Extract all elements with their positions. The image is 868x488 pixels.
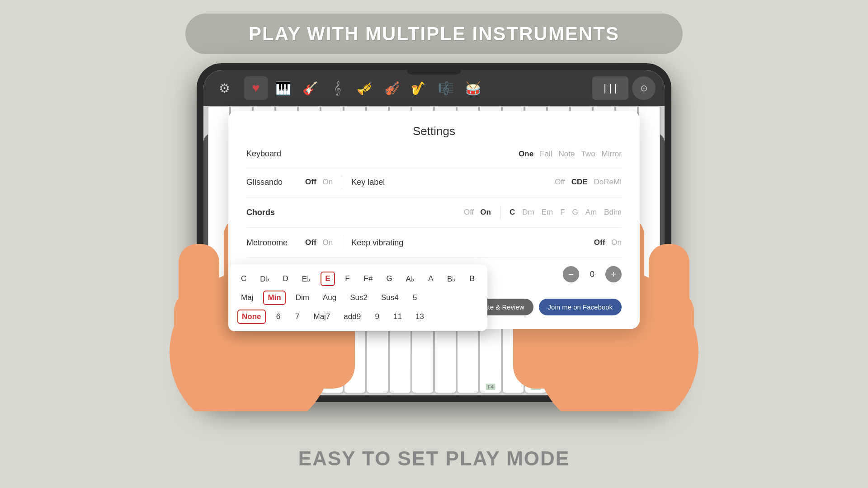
chord-root-d[interactable]: D (279, 272, 292, 285)
chord-root-g[interactable]: G (382, 272, 396, 285)
guitar-icon[interactable]: 🎸 (298, 76, 322, 100)
gear-icon[interactable]: ⚙ (212, 76, 236, 100)
chord-note-em[interactable]: Em (542, 208, 553, 217)
chord-type-6[interactable]: 6 (272, 310, 285, 323)
chord-root-ab[interactable]: A♭ (402, 272, 418, 286)
chord-roots-row: C D♭ D E♭ E F F# G A♭ A B♭ B (237, 272, 478, 286)
settings-row-chords: Chords Off On C Dm Em F G Am Bdim (246, 206, 622, 228)
phone-device: ⚙ ♥ 🎹 🎸 𝄞 🎺 🎻 🎷 🎼 🥁 | | | ⊙ (197, 63, 671, 402)
chord-type-sus4[interactable]: Sus4 (377, 291, 402, 304)
chord-root-fsharp[interactable]: F# (360, 272, 377, 285)
music-icon[interactable]: 𝄞 (326, 76, 349, 100)
keep-vibrating-opt-on[interactable]: On (611, 238, 622, 247)
chord-root-eb[interactable]: E♭ (298, 272, 314, 286)
facebook-button[interactable]: Join me on Facebook (539, 299, 622, 315)
divider (342, 236, 342, 249)
chord-root-a[interactable]: A (425, 272, 437, 285)
chord-note-c[interactable]: C (509, 208, 515, 217)
chord-note-g[interactable]: G (572, 208, 578, 217)
key-label-opt-doremi[interactable]: DoReMi (594, 178, 622, 187)
chords-label: Chords (246, 208, 305, 217)
chord-type-maj[interactable]: Maj (237, 291, 257, 304)
transpose-decrease-button[interactable]: − (563, 266, 579, 282)
chord-root-b[interactable]: B (466, 272, 478, 285)
chord-type-dim[interactable]: Dim (292, 291, 313, 304)
transpose-increase-button[interactable]: + (605, 266, 622, 282)
phone-notch (407, 70, 461, 75)
key-label-opt-cde[interactable]: CDE (571, 178, 588, 187)
heart-icon[interactable]: ♥ (244, 76, 268, 100)
glissando-options: Off On (305, 178, 333, 187)
transpose-control: − 0 + (563, 266, 622, 282)
settings-title: Settings (246, 124, 622, 138)
trumpet-icon[interactable]: 🎺 (353, 76, 376, 100)
glissando-opt-on[interactable]: On (323, 178, 333, 187)
xylophone-icon[interactable]: 🎼 (434, 76, 458, 100)
keep-vibrating-opt-off[interactable]: Off (594, 238, 605, 247)
metronome-label: Metronome (246, 238, 305, 248)
key-label-group: Key label Off CDE DoReMi (351, 178, 622, 187)
drums-icon[interactable]: 🥁 (461, 76, 485, 100)
chord-note-am[interactable]: Am (585, 208, 597, 217)
chord-note-dm[interactable]: Dm (522, 208, 534, 217)
chords-toggle: Off On (464, 208, 491, 217)
chord-note-options: C Dm Em F G Am Bdim (509, 208, 622, 217)
piano-icon[interactable]: 🎹 (271, 76, 295, 100)
chord-type-none[interactable]: None (237, 310, 266, 324)
vinyl-icon[interactable]: ⊙ (632, 76, 656, 100)
chord-root-db[interactable]: D♭ (256, 272, 273, 286)
piano-keys-label: | | | (604, 82, 617, 94)
chord-types-row2: None 6 7 Maj7 add9 9 11 13 (237, 310, 478, 324)
chord-type-5[interactable]: 5 (409, 291, 421, 304)
chord-type-9[interactable]: 9 (371, 310, 383, 323)
glissando-opt-off[interactable]: Off (305, 178, 316, 187)
keyboard-opt-two[interactable]: Two (581, 150, 595, 159)
chord-type-add9[interactable]: add9 (340, 310, 364, 323)
settings-row-metronome: Metronome Off On Keep vibrating Off On (246, 236, 622, 258)
toolbar-right: | | | ⊙ (592, 76, 656, 100)
chords-opt-off[interactable]: Off (464, 208, 474, 217)
piano-keys-icon[interactable]: | | | (592, 76, 628, 100)
keyboard-opt-one[interactable]: One (519, 150, 533, 159)
key-label-opt-off[interactable]: Off (555, 178, 565, 187)
keyboard-opt-note[interactable]: Note (559, 150, 575, 159)
chord-type-aug[interactable]: Aug (319, 291, 340, 304)
keep-vibrating-options: Off On (594, 238, 622, 247)
chord-root-bb[interactable]: B♭ (443, 272, 459, 286)
metronome-opt-on[interactable]: On (323, 238, 333, 247)
chord-root-c[interactable]: C (237, 272, 250, 285)
toolbar: ⚙ ♥ 🎹 🎸 𝄞 🎺 🎻 🎷 🎼 🥁 | | | ⊙ (203, 70, 665, 106)
metronome-options: Off On (305, 238, 333, 247)
chord-type-min[interactable]: Min (263, 291, 285, 305)
keyboard-opt-fall[interactable]: Fall (540, 150, 552, 159)
chord-note-bdim[interactable]: Bdim (604, 208, 622, 217)
saxophone-icon[interactable]: 🎷 (407, 76, 430, 100)
chord-note-f[interactable]: F (560, 208, 565, 217)
divider (342, 175, 342, 189)
settings-row-keyboard: Keyboard One Fall Note Two Mirror (246, 149, 622, 167)
chord-type-11[interactable]: 11 (390, 310, 406, 323)
chord-type-13[interactable]: 13 (412, 310, 428, 323)
chord-type-sus2[interactable]: Sus2 (346, 291, 371, 304)
top-banner: PLAY WITH MULTIPLE INSTRUMENTS (185, 14, 683, 54)
bottom-banner: EASY TO SET PLAY MODE (231, 447, 637, 470)
chord-type-7[interactable]: 7 (291, 310, 304, 323)
bottom-banner-text: EASY TO SET PLAY MODE (298, 447, 570, 469)
chord-picker-popup: C D♭ D E♭ E F F# G A♭ A B♭ B Maj Min Dim… (228, 264, 487, 331)
keyboard-label: Keyboard (246, 149, 305, 159)
key-label-label: Key label (351, 178, 410, 187)
keyboard-opt-mirror[interactable]: Mirror (602, 150, 622, 159)
chord-types-row1: Maj Min Dim Aug Sus2 Sus4 5 (237, 291, 478, 305)
transpose-value: 0 (585, 270, 599, 279)
settings-row-glissando: Glissando Off On Key label Off CDE DoReM… (246, 175, 622, 197)
top-banner-text: PLAY WITH MULTIPLE INSTRUMENTS (249, 23, 619, 45)
chord-root-e[interactable]: E (321, 272, 335, 286)
chord-type-maj7[interactable]: Maj7 (310, 310, 334, 323)
keep-vibrating-group: Keep vibrating Off On (351, 238, 622, 248)
divider (500, 206, 500, 219)
metronome-opt-off[interactable]: Off (305, 238, 316, 247)
keyboard-options: One Fall Note Two Mirror (519, 150, 622, 159)
chord-root-f[interactable]: F (341, 272, 354, 285)
chords-opt-on[interactable]: On (480, 208, 491, 217)
violin-icon[interactable]: 🎻 (380, 76, 403, 100)
